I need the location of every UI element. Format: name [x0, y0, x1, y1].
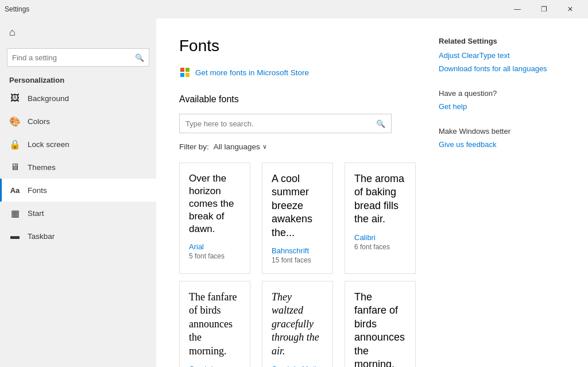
sidebar-item-label: Fonts: [28, 186, 47, 195]
font-search-icon: 🔍: [376, 119, 385, 128]
fonts-icon: Aa: [9, 186, 21, 195]
filter-bar: Filter by: All languages ∨: [179, 142, 416, 151]
get-more-label: Get more fonts in Microsoft Store: [195, 68, 309, 77]
related-settings-title: Related Settings: [439, 37, 565, 45]
colors-icon: 🎨: [9, 116, 21, 127]
fonts-grid: Over the horizon comes the break of dawn…: [179, 163, 416, 367]
font-preview-text: The fanfare of birds announces the morni…: [354, 291, 406, 367]
background-icon: 🖼: [9, 93, 21, 103]
filter-dropdown[interactable]: All languages ∨: [214, 142, 267, 151]
chevron-down-icon: ∨: [262, 143, 267, 150]
make-better-title: Make Windows better: [439, 127, 565, 136]
font-card[interactable]: They waltzed gracefully through the air.…: [262, 281, 333, 367]
available-fonts-subtitle: Available fonts: [179, 94, 416, 105]
font-name[interactable]: Bahnschrift: [272, 246, 323, 255]
search-box: 🔍: [7, 48, 149, 67]
font-name[interactable]: Arial: [189, 242, 241, 251]
content-area: Fonts Get more fonts in Microsoft Store …: [156, 18, 588, 367]
svg-rect-3: [185, 73, 189, 77]
sidebar-item-label: Colors: [28, 117, 50, 126]
taskbar-icon: ▬: [9, 231, 21, 241]
font-card[interactable]: The fanfare of birds announces the morni…: [179, 281, 250, 367]
sidebar-item-themes[interactable]: 🖥 Themes: [0, 156, 156, 179]
font-name[interactable]: Cambria Math: [272, 365, 323, 367]
font-name[interactable]: Cambria: [189, 365, 241, 367]
download-fonts-link[interactable]: Download fonts for all languages: [439, 64, 565, 73]
make-better-section: Make Windows better Give us feedback: [439, 127, 565, 149]
search-icon: 🔍: [135, 53, 144, 62]
sidebar-item-lock-screen[interactable]: 🔒 Lock screen: [0, 133, 156, 156]
page-title: Fonts: [179, 37, 416, 55]
app-title: Settings: [5, 5, 504, 13]
sidebar: ⌂ 🔍 Personalization 🖼 Background 🎨 Color…: [0, 18, 156, 367]
home-button[interactable]: ⌂: [0, 18, 156, 46]
font-preview-text: Over the horizon comes the break of dawn…: [189, 172, 241, 235]
minimize-button[interactable]: —: [504, 0, 531, 18]
sidebar-item-label: Start: [28, 209, 44, 218]
sidebar-item-label: Lock screen: [28, 140, 69, 149]
side-panel: Related Settings Adjust ClearType text D…: [439, 37, 565, 367]
sidebar-section-title: Personalization: [0, 71, 156, 87]
sidebar-item-background[interactable]: 🖼 Background: [0, 87, 156, 110]
font-card[interactable]: The aroma of baking bread fills the air.…: [345, 163, 416, 274]
ms-store-icon: [179, 67, 191, 78]
titlebar: Settings — ❐ ✕: [0, 0, 588, 18]
get-help-link[interactable]: Get help: [439, 102, 565, 111]
start-icon: ▦: [9, 208, 21, 219]
font-card[interactable]: The fanfare of birds announces the morni…: [345, 281, 416, 367]
font-name[interactable]: Calibri: [354, 233, 406, 242]
filter-value: All languages: [214, 142, 260, 151]
font-faces: 5 font faces: [189, 252, 241, 260]
svg-rect-0: [180, 68, 184, 72]
maximize-button[interactable]: ❐: [531, 0, 557, 18]
sidebar-item-taskbar[interactable]: ▬ Taskbar: [0, 225, 156, 248]
search-input[interactable]: [12, 53, 135, 62]
font-card[interactable]: A cool summer breeze awakens the...Bahns…: [262, 163, 333, 274]
filter-label: Filter by:: [179, 142, 209, 151]
have-question-section: Have a question? Get help: [439, 89, 565, 111]
content-inner: Fonts Get more fonts in Microsoft Store …: [179, 37, 565, 367]
give-feedback-link[interactable]: Give us feedback: [439, 140, 565, 149]
themes-icon: 🖥: [9, 162, 21, 172]
font-faces: 6 font faces: [354, 243, 406, 251]
font-search-input[interactable]: [185, 119, 376, 128]
lock-screen-icon: 🔒: [9, 139, 21, 150]
adjust-cleartype-link[interactable]: Adjust ClearType text: [439, 51, 565, 60]
font-faces: 15 font faces: [272, 256, 323, 264]
close-button[interactable]: ✕: [557, 0, 583, 18]
font-preview-text: The aroma of baking bread fills the air.: [354, 172, 406, 226]
font-card[interactable]: Over the horizon comes the break of dawn…: [179, 163, 250, 274]
font-search-box: 🔍: [179, 114, 392, 133]
sidebar-item-fonts[interactable]: Aa Fonts: [0, 179, 156, 202]
sidebar-item-start[interactable]: ▦ Start: [0, 202, 156, 225]
font-preview-text: A cool summer breeze awakens the...: [272, 172, 323, 239]
font-preview-text: They waltzed gracefully through the air.: [272, 291, 323, 358]
home-icon: ⌂: [9, 26, 16, 38]
get-more-link[interactable]: Get more fonts in Microsoft Store: [179, 67, 416, 78]
svg-rect-2: [180, 73, 184, 77]
main-content: Fonts Get more fonts in Microsoft Store …: [179, 37, 416, 367]
have-question-title: Have a question?: [439, 89, 565, 98]
sidebar-item-label: Themes: [28, 163, 56, 172]
window-controls: — ❐ ✕: [504, 0, 583, 18]
font-preview-text: The fanfare of birds announces the morni…: [189, 291, 241, 358]
sidebar-item-label: Taskbar: [28, 232, 55, 241]
sidebar-item-label: Background: [28, 94, 69, 103]
sidebar-item-colors[interactable]: 🎨 Colors: [0, 110, 156, 133]
app-body: ⌂ 🔍 Personalization 🖼 Background 🎨 Color…: [0, 18, 588, 367]
related-settings-section: Related Settings Adjust ClearType text D…: [439, 37, 565, 73]
svg-rect-1: [185, 68, 189, 72]
